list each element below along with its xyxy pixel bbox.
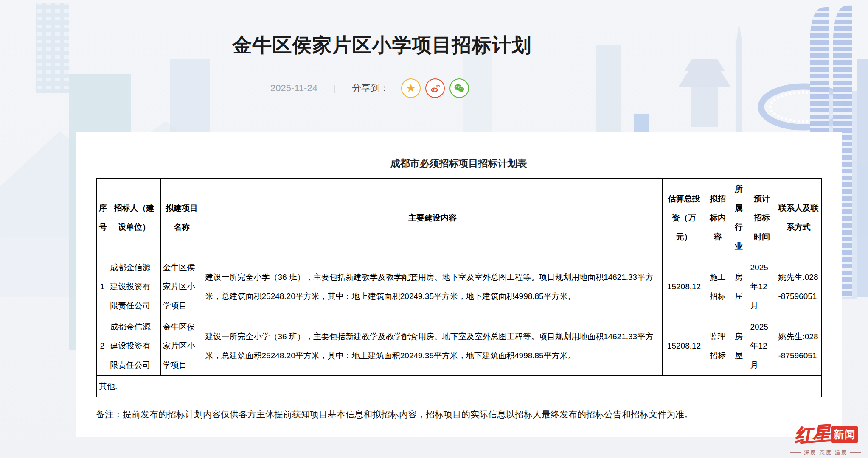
share-label: 分享到：	[352, 82, 389, 95]
cell-investment: 15208.12	[662, 257, 706, 316]
table-row: 2 成都金信源建设投资有限责任公司 金牛区侯家片区小学项目 建设一所完全小学（3…	[96, 316, 821, 376]
article-card: 成都市必须招标项目招标计划表 序号 招标人（建设单位） 拟建项目名称 主要建设内…	[76, 132, 842, 437]
cell-industry: 房屋	[730, 257, 748, 316]
cell-other: 其他:	[96, 376, 821, 397]
cell-investment: 15208.12	[662, 316, 706, 376]
table-row: 1 成都金信源建设投资有限责任公司 金牛区侯家片区小学项目 建设一所完全小学（3…	[96, 257, 821, 316]
cell-industry: 房屋	[730, 316, 748, 376]
bid-plan-table: 序号 招标人（建设单位） 拟建项目名称 主要建设内容 估算总投资（万元） 拟招标…	[96, 178, 822, 397]
header-bid-content: 拟招标内容	[706, 178, 730, 257]
cell-seq: 2	[96, 316, 108, 376]
header-project-name: 拟建项目名称	[160, 178, 203, 257]
table-other-row: 其他:	[96, 376, 821, 397]
header-contact: 联系人及联系方式	[776, 178, 821, 257]
cell-content: 建设一所完全小学（36 班），主要包括新建教学及教学配套用房、地下室及室外总图工…	[203, 257, 662, 316]
logo-script-text: 红星	[793, 421, 831, 448]
slogan-dash-left	[790, 452, 801, 453]
cell-project-name: 金牛区侯家片区小学项目	[160, 257, 203, 316]
cell-bidder: 成都金信源建设投资有限责任公司	[108, 316, 160, 376]
cell-contact: 姚先生:028-87596051	[776, 316, 821, 376]
remark-note: 备注：提前发布的招标计划内容仅供各方主体提前获知项目基本信息和拟招标内容，招标项…	[96, 408, 821, 421]
cell-bid-content: 施工招标	[706, 257, 730, 316]
logo-slogan: 深度 态度 温度	[790, 449, 861, 456]
cell-seq: 1	[96, 257, 108, 316]
page-title: 金牛区侯家片区小学项目招标计划	[233, 32, 532, 59]
header-bid-time: 预计招标时间	[748, 178, 776, 257]
wechat-icon[interactable]	[449, 78, 469, 98]
article-meta-row: 2025-11-24 | 分享到： ★	[270, 78, 469, 98]
slogan-dash-right	[850, 452, 861, 453]
redstar-news-logo: 红星 新闻 深度 态度 温度	[790, 422, 861, 456]
cell-bid-content: 监理招标	[706, 316, 730, 376]
cell-content: 建设一所完全小学（36 班），主要包括新建教学及教学配套用房、地下室及室外总图工…	[203, 316, 662, 376]
cell-bid-time: 2025年12月	[748, 316, 776, 376]
header-content: 主要建设内容	[203, 178, 662, 257]
header-industry: 所属行业	[730, 178, 748, 257]
cell-bidder: 成都金信源建设投资有限责任公司	[108, 257, 160, 316]
weibo-icon[interactable]	[425, 78, 445, 98]
slogan-text: 深度 态度 温度	[804, 449, 848, 456]
qzone-icon[interactable]: ★	[401, 78, 421, 98]
header-seq: 序号	[96, 178, 108, 257]
share-icons-group: ★	[401, 78, 469, 98]
table-header-row: 序号 招标人（建设单位） 拟建项目名称 主要建设内容 估算总投资（万元） 拟招标…	[96, 178, 821, 257]
header-bidder: 招标人（建设单位）	[108, 178, 160, 257]
header-investment: 估算总投资（万元）	[662, 178, 706, 257]
logo-boxed-text: 新闻	[831, 426, 858, 443]
cell-contact: 姚先生:028-87596051	[776, 257, 821, 316]
table-title: 成都市必须招标项目招标计划表	[96, 157, 821, 170]
cell-bid-time: 2025年12月	[748, 257, 776, 316]
meta-separator: |	[334, 84, 336, 93]
publish-date: 2025-11-24	[270, 83, 317, 94]
cell-project-name: 金牛区侯家片区小学项目	[160, 316, 203, 376]
